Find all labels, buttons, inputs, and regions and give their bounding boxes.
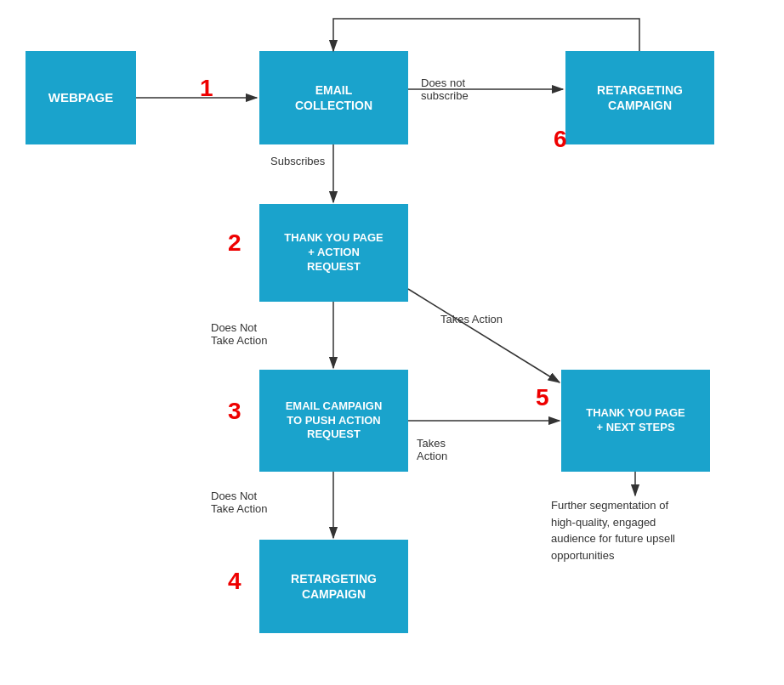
thank-you-next-box: THANK YOU PAGE+ NEXT STEPS [561, 370, 710, 472]
number-1: 1 [200, 75, 213, 102]
webpage-box: WEBPAGE [26, 51, 136, 144]
retargeting1-label: RETARGETINGCAMPAIGN [597, 82, 683, 113]
email-collection-label: EMAILCOLLECTION [295, 82, 372, 113]
email-collection-box: EMAILCOLLECTION [259, 51, 408, 144]
does-not-take-action-2-label: Does NotTake Action [211, 490, 268, 515]
number-3: 3 [228, 398, 241, 425]
number-5: 5 [536, 384, 549, 411]
number-6: 6 [554, 126, 567, 153]
thank-you-action-box: THANK YOU PAGE+ ACTIONREQUEST [259, 204, 408, 302]
diagram: WEBPAGE EMAILCOLLECTION RETARGETINGCAMPA… [0, 0, 784, 685]
retargeting1-box: RETARGETINGCAMPAIGN [565, 51, 714, 144]
retargeting2-label: RETARGETINGCAMPAIGN [291, 571, 377, 602]
further-segmentation-label: Further segmentation ofhigh-quality, eng… [551, 497, 738, 563]
subscribes-label: Subscribes [270, 155, 325, 167]
retargeting2-box: RETARGETINGCAMPAIGN [259, 540, 408, 633]
number-2: 2 [228, 229, 241, 257]
webpage-label: WEBPAGE [48, 89, 113, 106]
takes-action-1-label: Takes Action [440, 313, 503, 326]
email-campaign-label: EMAIL CAMPAIGNTO PUSH ACTIONREQUEST [286, 399, 383, 443]
email-campaign-box: EMAIL CAMPAIGNTO PUSH ACTIONREQUEST [259, 370, 408, 472]
does-not-take-action-1-label: Does NotTake Action [211, 321, 268, 347]
thank-you-action-label: THANK YOU PAGE+ ACTIONREQUEST [284, 231, 383, 275]
takes-action-2-label: TakesAction [417, 437, 447, 462]
number-4: 4 [228, 568, 241, 595]
does-not-subscribe-label: Does notsubscribe [421, 76, 469, 102]
thank-you-next-label: THANK YOU PAGE+ NEXT STEPS [586, 406, 685, 435]
svg-line-6 [408, 289, 560, 382]
